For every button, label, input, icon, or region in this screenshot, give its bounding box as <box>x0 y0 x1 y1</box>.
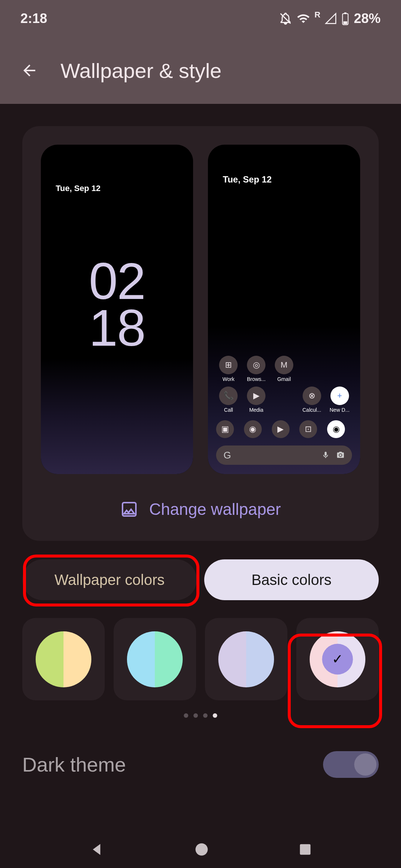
color-swatch-1[interactable] <box>22 618 105 700</box>
nav-home-icon[interactable] <box>193 841 210 858</box>
home-screen-date: Tue, Sep 12 <box>223 174 272 185</box>
nav-recents-icon[interactable] <box>298 842 312 857</box>
dock-row: ▣ ◉ ▶ ⊡ ◉ <box>216 420 352 438</box>
navigation-bar <box>0 841 401 858</box>
wallpaper-preview-card: Tue, Sep 12 02 18 Tue, Sep 12 ⊞Work ◎Bro… <box>22 126 379 541</box>
color-swatch-4-selected[interactable]: ✓ <box>296 618 379 700</box>
color-source-tabs: Wallpaper colors Basic colors <box>22 559 379 600</box>
page-dot[interactable] <box>203 713 208 718</box>
page-dot[interactable] <box>193 713 198 718</box>
status-indicators: R 28% <box>279 11 381 26</box>
image-icon <box>120 500 138 518</box>
nav-back-icon[interactable] <box>89 841 105 858</box>
home-screen-preview[interactable]: Tue, Sep 12 ⊞Work ◎Brows... MGmail 📞Call… <box>208 145 360 474</box>
dnd-icon <box>279 12 292 25</box>
svg-point-3 <box>196 844 208 856</box>
battery-percent: 28% <box>354 11 381 26</box>
app-grid: ⊞Work ◎Brows... MGmail 📞Call ▶Media ⊗Cal… <box>216 356 352 413</box>
status-time: 2:18 <box>20 11 47 26</box>
mic-icon <box>322 451 330 459</box>
pagination-dots <box>22 713 379 718</box>
color-swatch-3[interactable] <box>205 618 287 700</box>
page-title: Wallpaper & style <box>61 59 222 83</box>
svg-rect-1 <box>344 13 346 14</box>
battery-icon <box>341 12 349 25</box>
lock-screen-clock: 02 18 <box>89 258 145 352</box>
page-dot-active[interactable] <box>213 713 217 718</box>
google-search-bar: G <box>216 445 352 465</box>
signal-icon <box>325 13 337 24</box>
app-header: Wallpaper & style <box>0 37 401 104</box>
lock-screen-date: Tue, Sep 12 <box>56 184 101 193</box>
change-wallpaper-button[interactable]: Change wallpaper <box>41 500 360 519</box>
back-icon[interactable] <box>20 62 38 79</box>
page-dot[interactable] <box>184 713 188 718</box>
status-bar: 2:18 R 28% <box>0 0 401 37</box>
tab-basic-colors[interactable]: Basic colors <box>204 559 379 600</box>
check-icon: ✓ <box>332 651 343 667</box>
color-swatches: ✓ <box>22 618 379 700</box>
roaming-indicator: R <box>314 10 320 20</box>
dark-theme-row: Dark theme <box>0 751 401 778</box>
tab-wallpaper-colors[interactable]: Wallpaper colors <box>22 559 197 600</box>
color-swatch-2[interactable] <box>114 618 196 700</box>
dark-theme-toggle[interactable] <box>323 751 379 778</box>
svg-rect-2 <box>343 22 348 24</box>
wifi-icon <box>297 12 310 25</box>
lock-screen-preview[interactable]: Tue, Sep 12 02 18 <box>41 145 193 474</box>
dark-theme-label: Dark theme <box>22 753 126 776</box>
svg-rect-4 <box>300 844 311 855</box>
camera-icon <box>336 451 345 459</box>
